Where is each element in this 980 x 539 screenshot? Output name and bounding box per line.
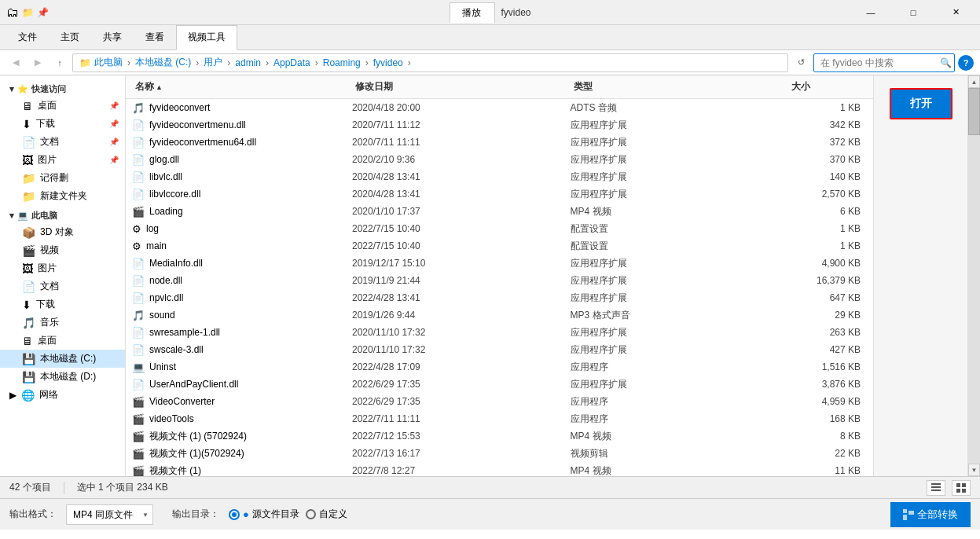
path-c-drive[interactable]: 本地磁盘 (C:) (135, 56, 191, 69)
scroll-up-button[interactable]: ▲ (968, 75, 980, 88)
file-type-icon: 🎬 (132, 413, 145, 425)
col-header-name[interactable]: 名称 ▲ (132, 79, 352, 95)
minimize-button[interactable]: — (853, 2, 889, 24)
network-arrow: ▶ (9, 390, 17, 401)
file-size-cell: 16,379 KB (788, 275, 867, 286)
sidebar-item-desktop[interactable]: 🖥 桌面 (0, 332, 125, 350)
path-appdata[interactable]: AppData (273, 57, 310, 68)
table-row[interactable]: 🎬 视频文件 (1) (5702924) 2022/7/12 15:53 MP4… (126, 427, 873, 445)
sidebar-label-pictures: 图片 (38, 262, 57, 275)
radio-custom-label: 自定义 (319, 508, 347, 521)
sidebar-item-d-drive[interactable]: 💾 本地磁盘 (D:) (0, 368, 125, 386)
radio-custom-dir[interactable]: 自定义 (306, 508, 347, 521)
close-button[interactable]: ✕ (938, 2, 974, 24)
this-pc-section[interactable]: ▾ 💻 此电脑 (0, 205, 125, 223)
maximize-button[interactable]: □ (895, 2, 931, 24)
table-row[interactable]: 🎬 视频文件 (1)(5702924) 2022/7/13 16:17 视频剪辑… (126, 445, 873, 462)
file-date-cell: 2020/11/10 17:32 (352, 344, 571, 355)
forward-button[interactable]: ▶ (28, 53, 47, 72)
sidebar-item-c-drive[interactable]: 💾 本地磁盘 (C:) (0, 350, 125, 368)
table-row[interactable]: 📄 UserAndPayClient.dll 2022/6/29 17:35 应… (126, 376, 873, 393)
table-row[interactable]: 📄 fyvideoconvertmenu.dll 2020/7/11 11:12… (126, 116, 873, 134)
path-admin[interactable]: admin (235, 57, 261, 68)
table-row[interactable]: 📄 npvlc.dll 2022/4/28 13:41 应用程序扩展 647 K… (126, 289, 873, 306)
table-row[interactable]: 🎬 Loading 2020/1/10 17:37 MP4 视频 6 KB (126, 203, 873, 220)
sidebar-item-docs-quick[interactable]: 📄 文档 📌 (0, 133, 125, 151)
path-fyvideo[interactable]: fyvideo (373, 57, 403, 68)
tab-file[interactable]: 文件 (6, 25, 49, 50)
refresh-button[interactable]: ↺ (791, 53, 810, 72)
scroll-down-button[interactable]: ▼ (968, 464, 980, 476)
scroll-thumb[interactable] (968, 88, 980, 135)
convert-all-button[interactable]: 全部转换 (890, 502, 971, 527)
details-view-button[interactable] (927, 480, 945, 496)
search-button[interactable]: 🔍 (940, 57, 952, 68)
file-type-icon: 🎬 (132, 448, 145, 460)
ribbon-tabs: 文件 主页 共享 查看 视频工具 (0, 25, 980, 50)
file-name-text: VideoConverter (149, 396, 215, 407)
radio-source-dot-filled: ● (243, 508, 249, 520)
path-roaming[interactable]: Roaming (323, 57, 361, 68)
tab-share[interactable]: 共享 (91, 25, 134, 50)
sidebar-item-network[interactable]: ▶ 🌐 网络 (0, 386, 125, 404)
tab-video-tools[interactable]: 视频工具 (176, 25, 237, 50)
table-row[interactable]: 📄 glog.dll 2020/2/10 9:36 应用程序扩展 370 KB (126, 151, 873, 168)
format-select[interactable]: MP4 同原文件 (66, 504, 153, 525)
table-row[interactable]: 📄 node.dll 2019/11/9 21:44 应用程序扩展 16,379… (126, 272, 873, 289)
table-row[interactable]: 💻 Uninst 2022/4/28 17:09 应用程序 1,516 KB (126, 358, 873, 376)
sidebar-label-video: 视频 (40, 244, 59, 257)
sidebar-item-desktop-quick[interactable]: 🖥 桌面 📌 (0, 97, 125, 115)
file-name-text: fyvideoconvertmenu64.dll (149, 137, 256, 148)
table-row[interactable]: 📄 libvlccore.dll 2020/4/28 13:41 应用程序扩展 … (126, 185, 873, 203)
quick-access-section[interactable]: ▾ ⭐ 快速访问 (0, 79, 125, 97)
radio-source-dir[interactable]: ● 源文件目录 (229, 508, 299, 521)
sidebar-item-downloads[interactable]: ⬇ 下载 (0, 295, 125, 314)
file-type-cell: MP4 视频 (571, 464, 789, 477)
table-row[interactable]: 🎬 VideoConverter 2022/6/29 17:35 应用程序 4,… (126, 393, 873, 410)
col-header-type[interactable]: 类型 (571, 79, 789, 95)
sidebar-label-d-drive: 本地磁盘 (D:) (40, 370, 96, 383)
docs-icon: 📄 (22, 136, 35, 148)
table-row[interactable]: 📄 fyvideoconvertmenu64.dll 2020/7/11 11:… (126, 134, 873, 151)
address-path[interactable]: 📁 此电脑 › 本地磁盘 (C:) › 用户 › admin › AppData… (72, 53, 788, 72)
sidebar-item-video[interactable]: 🎬 视频 (0, 241, 125, 259)
file-date-cell: 2020/1/10 17:37 (352, 206, 571, 217)
table-row[interactable]: 📄 MediaInfo.dll 2019/12/17 15:10 应用程序扩展 … (126, 255, 873, 272)
file-date-cell: 2020/2/10 9:36 (352, 154, 571, 165)
tab-home[interactable]: 主页 (49, 25, 91, 50)
table-row[interactable]: 🎵 sound 2019/1/26 9:44 MP3 格式声音 29 KB (126, 306, 873, 324)
title-active-tab[interactable]: 播放 (449, 2, 494, 23)
help-button[interactable]: ? (958, 55, 974, 71)
grid-view-button[interactable] (952, 480, 971, 496)
search-input[interactable] (813, 53, 955, 72)
sidebar-item-new-folder-quick[interactable]: 📁 新建文件夹 (0, 187, 125, 205)
sidebar-item-music[interactable]: 🎵 音乐 (0, 314, 125, 332)
back-button[interactable]: ◀ (6, 53, 25, 72)
open-button[interactable]: 打开 (890, 88, 952, 119)
sidebar-item-documents[interactable]: 📄 文档 (0, 277, 125, 295)
sidebar-item-pictures[interactable]: 🖼 图片 (0, 259, 125, 277)
table-row[interactable]: 📄 swscale-3.dll 2020/11/10 17:32 应用程序扩展 … (126, 341, 873, 358)
file-type-cell: 应用程序 (571, 361, 789, 374)
file-date-cell: 2020/4/18 20:00 (352, 102, 571, 113)
file-type-icon: 📄 (132, 137, 145, 148)
col-header-date[interactable]: 修改日期 (352, 79, 571, 95)
up-button[interactable]: ↑ (50, 53, 69, 72)
table-row[interactable]: ⚙ log 2022/7/15 10:40 配置设置 1 KB (126, 220, 873, 237)
path-this-pc[interactable]: 此电脑 (94, 56, 123, 69)
table-row[interactable]: ⚙ main 2022/7/15 10:40 配置设置 1 KB (126, 237, 873, 255)
tab-view[interactable]: 查看 (134, 25, 176, 50)
path-users[interactable]: 用户 (204, 56, 222, 69)
table-row[interactable]: 📄 libvlc.dll 2020/4/28 13:41 应用程序扩展 140 … (126, 168, 873, 185)
file-type-icon: 🎵 (132, 102, 145, 114)
sidebar-item-3d[interactable]: 📦 3D 对象 (0, 223, 125, 241)
sidebar-item-pics-quick[interactable]: 🖼 图片 📌 (0, 151, 125, 169)
sidebar-item-downloads-quick[interactable]: ⬇ 下载 📌 (0, 115, 125, 133)
table-row[interactable]: 🎬 videoTools 2022/7/11 11:11 应用程序 168 KB (126, 410, 873, 427)
file-name-cell: 📄 swscale-3.dll (132, 344, 352, 356)
table-row[interactable]: 🎵 fyvideoconvert 2020/4/18 20:00 ADTS 音频… (126, 99, 873, 116)
sidebar-item-delete-quick[interactable]: 📁 记得删 (0, 169, 125, 187)
table-row[interactable]: 📄 swresample-1.dll 2020/11/10 17:32 应用程序… (126, 324, 873, 341)
col-header-size[interactable]: 大小 (788, 79, 867, 95)
table-row[interactable]: 🎬 视频文件 (1) 2022/7/8 12:27 MP4 视频 11 KB (126, 462, 873, 476)
